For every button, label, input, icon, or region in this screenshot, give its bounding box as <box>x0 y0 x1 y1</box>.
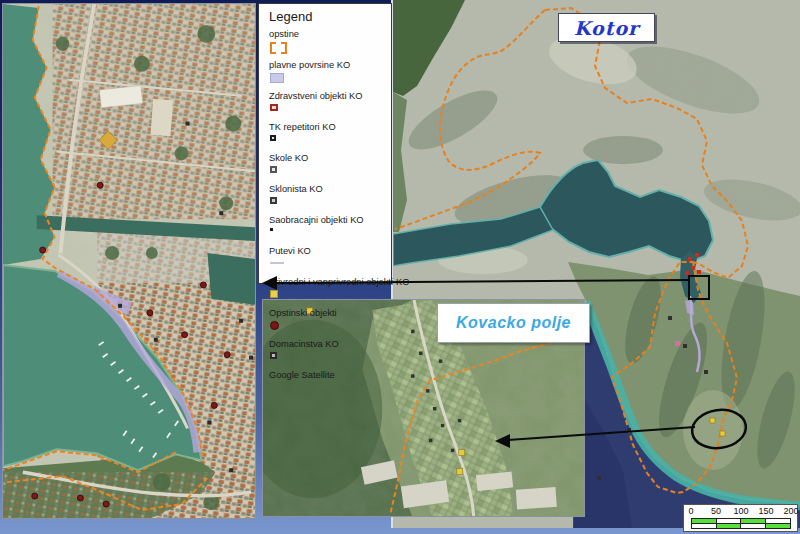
legend-item-label: Opstinski objekti <box>269 308 387 319</box>
kotor-town-inset-map[interactable] <box>2 3 256 519</box>
privredni-icon <box>270 290 278 298</box>
legend-item: Zdravstveni objekti KO <box>269 91 387 120</box>
legend-item-label: Google Satellite <box>269 370 387 381</box>
saobracajni-icon <box>270 228 273 231</box>
none-icon <box>270 383 271 384</box>
legend-item-label: plavne povrsine KO <box>269 60 387 71</box>
scalebar-bar <box>691 518 791 529</box>
scalebar-ticks: 050100150200 <box>684 506 797 517</box>
legend-item-label: Putevi KO <box>269 246 387 257</box>
legend-title: Legend <box>269 9 387 24</box>
legend-item-label: Zdravstveni objekti KO <box>269 91 387 102</box>
kotor-map-label: Kotor <box>558 13 655 42</box>
legend-item: Google Satellite <box>269 370 387 399</box>
legend-item-label: Privredni i vanprivredni objekti-KO <box>269 277 387 288</box>
legend-item-label: Skole KO <box>269 153 387 164</box>
legend-item: opstine <box>269 29 387 58</box>
zdravstveni-icon <box>270 104 278 111</box>
legend-item: Privredni i vanprivredni objekti-KO <box>269 277 387 306</box>
legend-items: opstineplavne povrsine KOZdravstveni obj… <box>269 29 387 399</box>
putevi-icon <box>270 262 284 264</box>
kotor-label-text: Kotor <box>574 17 639 39</box>
plavne-icon <box>270 73 284 83</box>
sklonista-icon <box>270 197 277 204</box>
scalebar-tick: 150 <box>758 506 773 516</box>
legend-item-label: Domacinstva KO <box>269 339 387 350</box>
legend-item-label: Sklonista KO <box>269 184 387 195</box>
map-document: { "legend": { "title": "Legend", "items"… <box>0 0 800 534</box>
opstine-icon <box>270 42 287 54</box>
tk-icon <box>270 135 276 141</box>
skole-icon <box>270 166 277 173</box>
scalebar-tick: 0 <box>688 506 693 516</box>
legend-item: Domacinstva KO <box>269 339 387 368</box>
scalebar: 050100150200 <box>683 504 798 532</box>
domacinstva-icon <box>270 352 277 359</box>
legend-item-label: TK repetitori KO <box>269 122 387 133</box>
kovacko-label-text: Kovacko polje <box>456 314 571 332</box>
legend-item: Putevi KO <box>269 246 387 275</box>
legend-item: plavne povrsine KO <box>269 60 387 89</box>
legend-item-label: Saobracajni objekti KO <box>269 215 387 226</box>
legend-item: TK repetitori KO <box>269 122 387 151</box>
scalebar-tick: 50 <box>711 506 721 516</box>
opstinski-icon <box>270 321 279 330</box>
scalebar-tick: 200 <box>783 506 798 516</box>
kovacko-polje-map-label: Kovacko polje <box>437 303 590 343</box>
legend-item-label: opstine <box>269 29 387 40</box>
legend-item: Skole KO <box>269 153 387 182</box>
scalebar-tick: 100 <box>733 506 748 516</box>
legend-panel: Legend opstineplavne povrsine KOZdravstv… <box>258 3 392 284</box>
legend-item: Opstinski objekti <box>269 308 387 337</box>
legend-item: Saobracajni objekti KO <box>269 215 387 244</box>
legend-item: Sklonista KO <box>269 184 387 213</box>
